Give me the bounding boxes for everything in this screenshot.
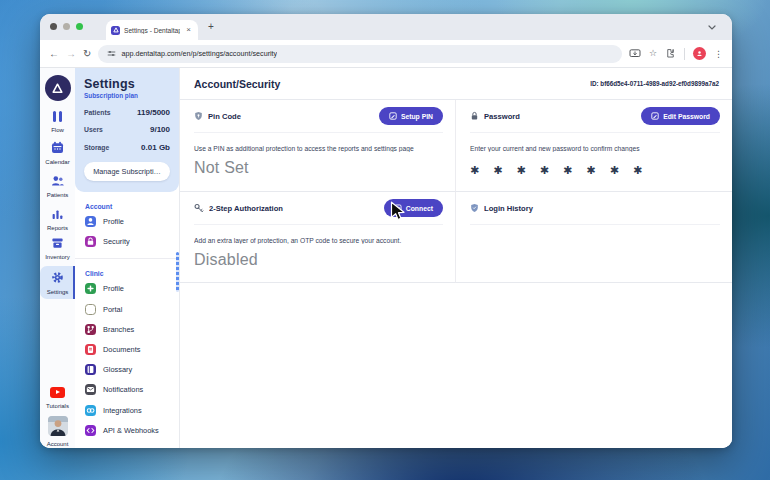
zoom-window-button[interactable] [76,23,83,30]
portal-icon [85,304,96,315]
profile-icon [85,216,96,227]
youtube-icon [50,387,65,398]
two-step-value: Disabled [194,251,443,269]
stat-storage: Storage 0.01 Gb [84,143,170,152]
tab-close-icon[interactable]: × [184,25,193,35]
main-content: Account/Security ID: bf66d5e4-0711-4989-… [180,68,732,448]
panel-scrollbar-thumb[interactable] [176,252,179,292]
clinic-profile-icon [85,283,96,294]
pin-code-description: Use a PIN as additional protection to ac… [194,145,443,152]
address-bar[interactable]: app.dentaltap.com/en/p/settings/account/… [98,45,622,63]
two-step-header: 2-Step Authorization Connect [194,192,443,225]
rail-item-calendar[interactable]: Calendar [40,140,75,165]
toolbar-actions: ☆ ⋮ [629,47,723,60]
book-icon [85,364,96,375]
new-tab-button[interactable]: + [208,22,214,32]
settings-panel-title: Settings [84,77,170,91]
rail-item-account[interactable]: Account [40,416,75,447]
key-icon [194,203,204,213]
toolbar-divider [684,48,685,60]
url-text: app.dentaltap.com/en/p/settings/account/… [121,49,277,58]
calendar-icon [51,141,64,154]
account-id: ID: bf66d5e4-0711-4989-ad92-ef0d9899a7a2 [590,80,719,87]
plug-in-icon [394,204,402,212]
pencil-icon [389,112,397,120]
rail-item-settings[interactable]: Settings [40,266,75,299]
profile-avatar[interactable] [693,47,706,60]
edit-password-button[interactable]: Edit Password [641,107,720,125]
rail-item-inventory[interactable]: Inventory [40,235,75,260]
stat-users: Users 9/100 [84,125,170,134]
login-history-header: Login History [470,192,720,225]
document-icon [85,344,96,355]
gear-icon [51,271,64,284]
lock-icon [85,236,96,247]
flow-icon [52,108,63,125]
rail-item-patients[interactable]: Patients [40,173,75,198]
menu-item-integrations[interactable]: Integrations [75,400,179,420]
two-step-section: 2-Step Authorization Connect Add an extr… [180,192,456,283]
dentaltap-logo[interactable] [45,75,71,101]
settings-sidebar: Settings Subscription plan Patients 119/… [75,68,180,448]
browser-tab[interactable]: Settings - Dentaltap × [106,20,198,40]
subscription-plan-link[interactable]: Subscription plan [84,92,170,99]
inventory-icon [51,237,64,249]
shield-icon [194,111,203,121]
password-header: Password Edit Password [470,100,720,133]
rail-item-reports[interactable]: Reports [40,206,75,231]
tab-strip: Settings - Dentaltap × + [40,14,732,40]
security-sections-row-1: Pin Code Setup PIN Use a PIN as addition… [180,100,732,192]
browser-window: Settings - Dentaltap × + ← → ↻ app.denta… [40,14,732,448]
menu-item-account-profile[interactable]: Profile [75,212,179,232]
menu-item-portal[interactable]: Portal [75,299,179,319]
menu-item-glossary[interactable]: Glossary [75,360,179,380]
shield-check-icon [470,203,479,213]
browser-menu-kebab-icon[interactable]: ⋮ [714,49,723,59]
page-header: Account/Security ID: bf66d5e4-0711-4989-… [180,68,732,100]
reload-button[interactable]: ↻ [83,49,91,59]
code-icon [85,425,96,436]
extensions-puzzle-icon[interactable] [665,48,676,59]
setup-pin-button[interactable]: Setup PIN [379,107,443,125]
pin-code-header: Pin Code Setup PIN [194,100,443,133]
menu-item-account-security[interactable]: Security [75,232,179,252]
menu-section-clinic: Clinic [75,259,179,279]
manage-subscription-button[interactable]: Manage Subscripti… [84,162,170,181]
close-window-button[interactable] [50,23,57,30]
password-description: Enter your current and new password to c… [470,145,720,152]
dentaltap-favicon-icon [111,26,120,35]
dentaltap-app: Flow Calendar Patients Reports Inventory [40,68,732,448]
back-button[interactable]: ← [49,49,59,59]
rail-item-tutorials[interactable]: Tutorials [40,384,75,409]
pencil-icon [651,112,659,120]
tab-title: Settings - Dentaltap [124,27,180,34]
two-step-description: Add an extra layer of protection, an OTP… [194,237,443,244]
password-section: Password Edit Password Enter your curren… [456,100,732,192]
forward-button[interactable]: → [66,49,76,59]
link-icon [85,405,96,416]
subscription-card: Settings Subscription plan Patients 119/… [75,68,179,192]
rail-item-flow[interactable]: Flow [40,108,75,133]
menu-section-account: Account [75,192,179,212]
tab-search-chevron-icon[interactable] [706,21,718,33]
minimize-window-button[interactable] [63,23,70,30]
stat-patients: Patients 119/5000 [84,108,170,117]
primary-nav-rail: Flow Calendar Patients Reports Inventory [40,68,75,448]
menu-item-branches[interactable]: Branches [75,319,179,339]
pin-code-section: Pin Code Setup PIN Use a PIN as addition… [180,100,456,192]
branches-icon [85,324,96,335]
bookmark-star-icon[interactable]: ☆ [649,49,657,58]
menu-item-clinic-profile[interactable]: Profile [75,279,179,299]
menu-item-api-webhooks[interactable]: API & Webhooks [75,420,179,440]
patients-icon [51,175,64,187]
browser-toolbar: ← → ↻ app.dentaltap.com/en/p/settings/ac… [40,40,732,68]
pin-code-value: Not Set [194,159,443,177]
menu-item-notifications[interactable]: Notifications [75,380,179,400]
desktop: { "browser": { "tab": { "title": "Settin… [0,0,770,480]
site-settings-icon[interactable] [107,49,116,58]
install-app-icon[interactable] [629,49,641,59]
menu-item-documents[interactable]: Documents [75,339,179,359]
connect-button[interactable]: Connect [384,199,443,217]
padlock-icon [470,111,479,121]
page-title: Account/Security [194,78,280,90]
